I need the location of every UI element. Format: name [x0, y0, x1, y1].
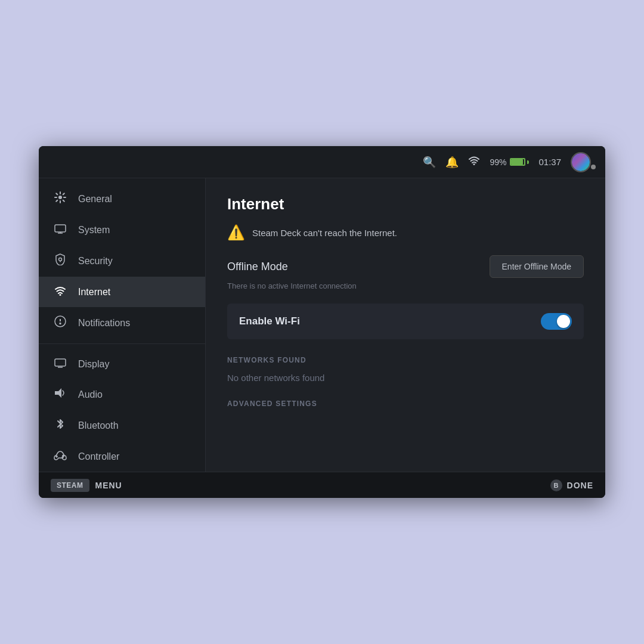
footer-bar: STEAM MENU B DONE [39, 472, 605, 498]
wifi-signal-icon [468, 156, 480, 168]
networks-found-section: NETWORKS FOUND No other networks found [227, 356, 584, 383]
svg-point-1 [58, 196, 62, 199]
offline-mode-sub-text: There is no active Internet connection [227, 281, 584, 290]
sidebar-item-display[interactable]: Display [39, 349, 205, 379]
security-icon [53, 253, 67, 268]
svg-rect-2 [55, 225, 66, 232]
notification-icon[interactable]: 🔔 [445, 156, 459, 169]
steam-button[interactable]: STEAM [51, 479, 89, 492]
main-panel: Internet ⚠️ Steam Deck can't reach the I… [206, 178, 605, 472]
footer-left: STEAM MENU [51, 479, 122, 492]
bluetooth-icon [53, 418, 67, 433]
advanced-settings-label: ADVANCED SETTINGS [227, 400, 584, 408]
audio-icon [53, 388, 67, 401]
sidebar-label-notifications: Notifications [78, 318, 130, 329]
sidebar-item-controller[interactable]: Controller [39, 441, 205, 472]
footer-right: B DONE [550, 479, 593, 491]
svg-point-10 [60, 323, 61, 324]
enter-offline-mode-button[interactable]: Enter Offline Mode [490, 255, 584, 278]
user-avatar [571, 152, 591, 172]
sidebar-label-security: Security [78, 256, 113, 267]
offline-mode-label: Offline Mode [227, 261, 288, 273]
enable-wifi-toggle[interactable] [541, 313, 572, 330]
system-icon [53, 223, 67, 237]
toggle-thumb [557, 315, 570, 328]
done-label: DONE [567, 481, 593, 490]
search-icon[interactable]: 🔍 [423, 156, 436, 169]
sidebar-item-internet[interactable]: Internet [39, 277, 205, 307]
svg-point-7 [60, 294, 61, 296]
warning-banner: ⚠️ Steam Deck can't reach the Internet. [227, 224, 584, 241]
header-bar: 🔍 🔔 99% 01:37 [39, 146, 605, 178]
warning-icon: ⚠️ [227, 224, 245, 241]
sidebar-item-security[interactable]: Security [39, 245, 205, 277]
sidebar-label-audio: Audio [78, 389, 103, 400]
sidebar-label-controller: Controller [78, 451, 119, 462]
no-networks-text: No other networks found [227, 373, 584, 383]
battery-percent: 99% [490, 157, 506, 167]
sidebar-label-system: System [78, 225, 110, 236]
sidebar-label-bluetooth: Bluetooth [78, 420, 119, 431]
notifications-icon [53, 315, 67, 330]
general-icon [53, 191, 67, 206]
offline-mode-row: Offline Mode Enter Offline Mode [227, 255, 584, 278]
battery-icon [510, 158, 529, 166]
sidebar-label-internet: Internet [78, 287, 110, 298]
svg-point-17 [62, 457, 63, 458]
battery-area: 99% [490, 157, 529, 167]
clock: 01:37 [538, 157, 561, 167]
sidebar-item-system[interactable]: System [39, 215, 205, 245]
svg-marker-13 [55, 388, 61, 398]
sidebar-item-audio[interactable]: Audio [39, 379, 205, 410]
sidebar-divider [39, 343, 205, 344]
page-title: Internet [227, 195, 584, 213]
enable-wifi-label: Enable Wi-Fi [239, 315, 300, 327]
controller-icon [53, 450, 67, 463]
sidebar-item-general[interactable]: General [39, 183, 205, 215]
avatar-area[interactable] [571, 152, 596, 172]
networks-found-label: NETWORKS FOUND [227, 356, 584, 364]
main-content: General System [39, 178, 605, 472]
sidebar: General System [39, 178, 206, 472]
advanced-settings-section: ADVANCED SETTINGS [227, 400, 584, 408]
svg-point-5 [59, 258, 62, 261]
online-status-dot [591, 165, 596, 169]
enable-wifi-row: Enable Wi-Fi [227, 304, 584, 339]
sidebar-item-bluetooth[interactable]: Bluetooth [39, 410, 205, 441]
display-icon [53, 357, 67, 371]
sidebar-item-notifications[interactable]: Notifications [39, 307, 205, 339]
menu-label: MENU [95, 481, 122, 490]
svg-rect-11 [55, 359, 66, 366]
app-window: 🔍 🔔 99% 01:37 [39, 146, 605, 498]
warning-text: Steam Deck can't reach the Internet. [252, 228, 397, 238]
internet-icon [53, 285, 67, 299]
sidebar-label-display: Display [78, 359, 109, 370]
sidebar-label-general: General [78, 194, 112, 205]
svg-point-0 [473, 163, 475, 165]
b-button-icon[interactable]: B [550, 479, 562, 491]
